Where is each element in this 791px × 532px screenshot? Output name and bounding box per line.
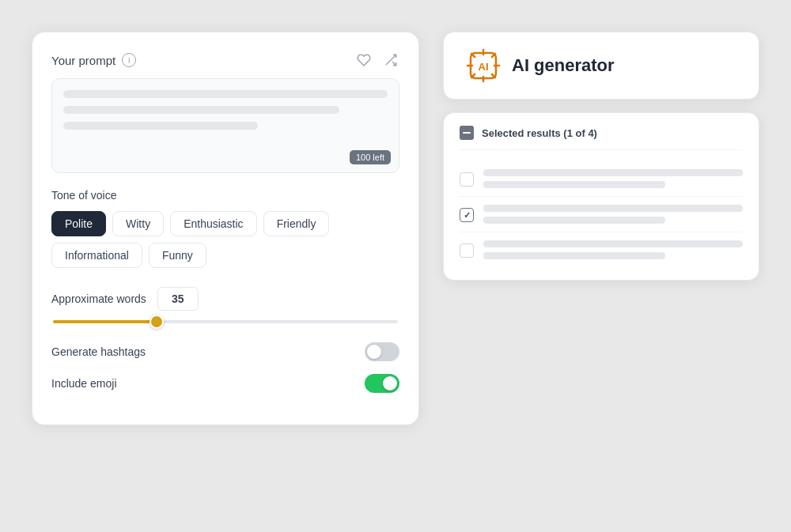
tone-polite[interactable]: Polite: [51, 211, 106, 236]
result-item-3: [460, 232, 743, 267]
words-label: Approximate words: [51, 292, 146, 305]
emoji-toggle[interactable]: [365, 374, 399, 393]
hashtags-knob: [367, 345, 381, 359]
minus-icon[interactable]: [460, 126, 474, 140]
prompt-actions: [355, 51, 399, 69]
left-panel: Your prompt i: [32, 32, 419, 425]
tone-funny[interactable]: Funny: [149, 243, 206, 268]
hashtags-toggle[interactable]: [365, 342, 399, 361]
results-header: Selected results (1 of 4): [460, 126, 743, 150]
result-line: [483, 181, 665, 188]
prompt-header: Your prompt i: [51, 51, 399, 69]
svg-line-8: [471, 54, 475, 57]
skeleton-3: [63, 122, 258, 130]
checkbox-3[interactable]: [460, 243, 474, 258]
svg-line-10: [492, 54, 495, 57]
result-lines-3: [483, 240, 743, 259]
slider-thumb[interactable]: [149, 315, 164, 329]
skeleton-1: [63, 90, 388, 98]
ai-title: AI generator: [512, 55, 615, 76]
result-line: [483, 169, 743, 176]
results-card: Selected results (1 of 4): [443, 112, 759, 281]
result-item-1: [460, 161, 743, 197]
result-lines-2: [483, 205, 743, 224]
slider-track: [53, 320, 398, 323]
tone-friendly[interactable]: Friendly: [263, 211, 330, 236]
emoji-label: Include emoji: [51, 377, 117, 390]
prompt-title: Your prompt: [51, 54, 115, 67]
result-line: [483, 205, 743, 212]
slider-container[interactable]: [51, 320, 399, 323]
tone-section-label: Tone of voice: [51, 189, 399, 202]
info-icon[interactable]: i: [122, 53, 136, 67]
prompt-title-group: Your prompt i: [51, 53, 136, 67]
hashtags-row: Generate hashtags: [51, 342, 399, 361]
right-panel: AI AI generator Selected results (1 of 4…: [443, 32, 759, 281]
prompt-textarea[interactable]: 100 left: [51, 78, 399, 173]
emoji-knob: [383, 376, 397, 391]
skeleton-2: [63, 106, 339, 114]
hashtags-label: Generate hashtags: [51, 345, 146, 358]
slider-fill: [53, 320, 157, 323]
svg-line-9: [492, 74, 495, 77]
shuffle-icon[interactable]: [382, 51, 399, 69]
result-lines-1: [483, 169, 743, 188]
char-count: 100 left: [350, 150, 391, 164]
result-line: [483, 240, 743, 247]
main-container: Your prompt i: [0, 0, 791, 532]
svg-line-11: [471, 74, 475, 77]
results-title: Selected results (1 of 4): [482, 127, 597, 139]
tone-enthusiastic[interactable]: Enthusiastic: [170, 211, 256, 236]
tone-witty[interactable]: Witty: [112, 211, 164, 236]
heart-icon[interactable]: [355, 51, 373, 69]
result-item-2: [460, 197, 743, 232]
words-row: Approximate words: [51, 287, 399, 311]
result-line: [483, 217, 665, 224]
tone-informational[interactable]: Informational: [51, 243, 142, 268]
ai-icon: AI: [466, 48, 501, 83]
checkbox-2[interactable]: [460, 208, 474, 222]
emoji-row: Include emoji: [51, 374, 399, 393]
ai-generator-card: AI AI generator: [443, 32, 759, 100]
svg-text:AI: AI: [479, 61, 489, 73]
result-line: [483, 252, 665, 259]
words-input[interactable]: [157, 287, 199, 311]
tone-buttons: Polite Witty Enthusiastic Friendly Infor…: [51, 211, 399, 268]
checkbox-1[interactable]: [460, 172, 474, 187]
